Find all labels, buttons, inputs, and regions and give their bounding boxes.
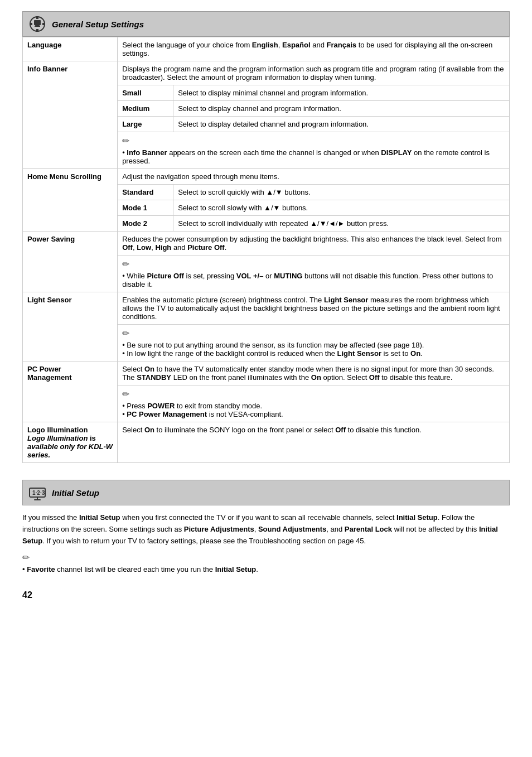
home-menu-content: Adjust the navigation speed through menu…	[118, 169, 510, 185]
pencil-icon: ✏	[122, 329, 129, 338]
svg-rect-3	[36, 29, 38, 32]
language-content: Select the language of your choice from …	[118, 37, 510, 61]
pencil-icon: ✏	[122, 259, 129, 269]
pencil-icon: ✏	[122, 136, 129, 146]
logo-illumination-label: Logo IlluminationLogo Illumination isava…	[23, 422, 118, 463]
svg-rect-7	[36, 25, 39, 26]
svg-rect-6	[34, 20, 41, 25]
logo-illumination-content: Select On to illuminate the SONY logo on…	[118, 422, 510, 463]
home-menu-label: Home Menu Scrolling	[23, 169, 118, 232]
info-banner-large-label: Large	[118, 117, 173, 132]
info-banner-label: Info Banner	[23, 61, 118, 169]
language-label: Language	[23, 37, 118, 61]
light-sensor-note: ✏ • Be sure not to put anything around t…	[118, 325, 510, 361]
home-menu-mode2-label: Mode 2	[118, 216, 173, 232]
table-row: Language Select the language of your cho…	[23, 37, 510, 61]
pencil-icon: ✏	[122, 389, 129, 399]
initial-setup-header: 1·2·3 Initial Setup	[22, 480, 510, 505]
table-row: PC PowerManagement Select On to have the…	[23, 361, 510, 385]
table-row: Home Menu Scrolling Adjust the navigatio…	[23, 169, 510, 185]
svg-text:1·2·3: 1·2·3	[32, 490, 45, 496]
general-setup-title: General Setup Settings	[52, 20, 144, 29]
info-banner-large-content: Select to display detailed channel and p…	[173, 117, 510, 132]
power-saving-label: Power Saving	[23, 232, 118, 292]
general-setup-table: Language Select the language of your cho…	[22, 37, 510, 463]
info-banner-medium-content: Select to display channel and program in…	[173, 101, 510, 117]
svg-rect-8	[35, 26, 40, 27]
page-number: 42	[22, 590, 510, 600]
table-row: Info Banner Displays the program name an…	[23, 61, 510, 85]
svg-rect-12	[34, 499, 41, 500]
home-menu-standard-content: Select to scroll quickly with ▲/▼ button…	[173, 185, 510, 200]
pc-power-note: ✏ • Press POWER to exit from standby mod…	[118, 385, 510, 422]
initial-setup-body: If you missed the Initial Setup when you…	[22, 512, 510, 547]
home-menu-mode1-label: Mode 1	[118, 200, 173, 216]
light-sensor-label: Light Sensor	[23, 292, 118, 361]
power-saving-content: Reduces the power consumption by adjusti…	[118, 232, 510, 255]
home-menu-mode2-content: Select to scroll individually with repea…	[173, 216, 510, 232]
table-row: Light Sensor Enables the automatic pictu…	[23, 292, 510, 325]
pc-power-content: Select On to have the TV automatically e…	[118, 361, 510, 385]
info-banner-note: ✏ • Info Banner appears on the screen ea…	[118, 132, 510, 169]
initial-setup-section: If you missed the Initial Setup when you…	[22, 512, 510, 573]
info-banner-medium-label: Medium	[118, 101, 173, 117]
info-banner-content: Displays the program name and the progra…	[118, 61, 510, 85]
info-banner-small-label: Small	[118, 85, 173, 101]
svg-rect-2	[36, 16, 38, 19]
general-setup-header: General Setup Settings	[22, 11, 510, 37]
initial-setup-icon: 1·2·3	[28, 484, 46, 502]
home-menu-mode1-content: Select to scroll slowly with ▲/▼ buttons…	[173, 200, 510, 216]
info-banner-small-content: Select to display minimal channel and pr…	[173, 85, 510, 101]
home-menu-standard-label: Standard	[118, 185, 173, 200]
initial-setup-title: Initial Setup	[52, 488, 99, 498]
initial-setup-note-area: ✏ • Favorite channel list will be cleare…	[22, 552, 510, 573]
svg-rect-5	[42, 23, 45, 25]
pencil-icon: ✏	[22, 553, 30, 562]
power-saving-note: ✏ • While Picture Off is set, pressing V…	[118, 255, 510, 292]
general-setup-icon	[28, 15, 46, 33]
table-row: Logo IlluminationLogo Illumination isava…	[23, 422, 510, 463]
initial-setup-note: • Favorite channel list will be cleared …	[22, 565, 258, 573]
svg-rect-4	[30, 23, 32, 25]
table-row: Power Saving Reduces the power consumpti…	[23, 232, 510, 255]
light-sensor-content: Enables the automatic picture (screen) b…	[118, 292, 510, 325]
pc-power-label: PC PowerManagement	[23, 361, 118, 422]
